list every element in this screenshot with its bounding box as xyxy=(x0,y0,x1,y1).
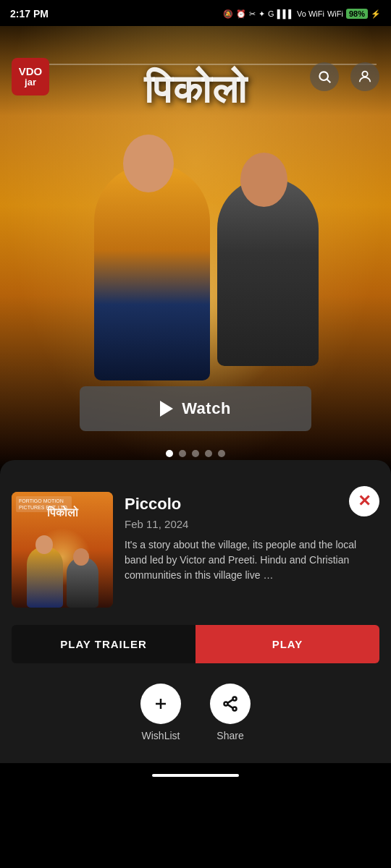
thumb-person2 xyxy=(67,557,98,608)
logo-line2: jar xyxy=(25,77,36,88)
call-icon: ✂ xyxy=(249,9,256,19)
svg-point-2 xyxy=(362,72,367,77)
wishlist-item[interactable]: WishList xyxy=(140,684,181,741)
wishlist-label: WishList xyxy=(142,730,180,741)
thumb-person1 xyxy=(27,546,63,608)
status-bar: 2:17 PM 🔕 ⏰ ✂ ✦ G ▌▌▌ Vo WiFi WiFi 98% ⚡ xyxy=(0,0,391,26)
thumb-inner: FORTIGO MOTIONPICTURES PVT. LTD. पिकोलो xyxy=(12,492,113,608)
movie-detail-row: FORTIGO MOTIONPICTURES PVT. LTD. पिकोलो … xyxy=(0,475,391,619)
status-time: 2:17 PM xyxy=(10,8,49,20)
watch-button[interactable]: Watch xyxy=(80,386,311,431)
home-indicator xyxy=(152,774,239,777)
bottom-sheet-handle xyxy=(0,460,391,475)
share-circle[interactable] xyxy=(210,684,251,724)
vowifi-label: Vo WiFi xyxy=(297,9,324,18)
play-triangle-icon xyxy=(160,401,173,417)
dot-1[interactable] xyxy=(166,450,173,457)
wishlist-circle[interactable] xyxy=(140,684,181,724)
svg-point-0 xyxy=(319,72,328,80)
g-icon: G xyxy=(268,9,274,18)
vdojar-logo[interactable]: VDO jar xyxy=(12,58,49,95)
svg-line-9 xyxy=(227,705,232,708)
dot-4[interactable] xyxy=(205,450,212,457)
social-row: WishList Share xyxy=(0,684,391,749)
svg-point-7 xyxy=(233,707,237,711)
movie-thumbnail: FORTIGO MOTIONPICTURES PVT. LTD. पिकोलो xyxy=(12,492,113,608)
watch-label: Watch xyxy=(182,399,231,418)
close-button[interactable]: ✕ xyxy=(349,486,379,516)
signal-icon: ▌▌▌ xyxy=(277,9,294,18)
bluetooth-icon: ✦ xyxy=(258,9,265,19)
dot-2[interactable] xyxy=(179,450,186,457)
movie-info: Piccolo Feb 11, 2024 It's a story about … xyxy=(125,492,379,608)
dot-3[interactable] xyxy=(192,450,199,457)
info-panel: ✕ FORTIGO MOTIONPICTURES PVT. LTD. पिकोल… xyxy=(0,475,391,763)
share-label: Share xyxy=(216,730,243,741)
alarm-icon: 🔕 xyxy=(223,9,233,19)
movie-title: Piccolo xyxy=(125,495,379,514)
hero-persons xyxy=(72,135,319,380)
thumb-title-hindi: पिकोलो xyxy=(12,506,113,519)
person-male-silhouette xyxy=(94,163,210,380)
action-buttons: PLAY TRAILER PLAY xyxy=(12,625,379,663)
charging-icon: ⚡ xyxy=(371,9,381,19)
watch-button-container: Watch xyxy=(80,386,311,431)
battery-indicator: 98% xyxy=(346,9,368,19)
nav-icons-group xyxy=(310,62,379,91)
movie-date: Feb 11, 2024 xyxy=(125,518,379,530)
logo-line1: VDO xyxy=(19,66,43,78)
carousel-dots xyxy=(166,450,225,457)
svg-point-6 xyxy=(224,702,228,706)
play-trailer-button[interactable]: PLAY TRAILER xyxy=(12,625,196,663)
movie-description: It's a story about the village, its peop… xyxy=(125,537,379,583)
dot-5[interactable] xyxy=(218,450,225,457)
thumb-persons xyxy=(19,542,106,608)
search-button[interactable] xyxy=(310,62,339,91)
wifi-icon: WiFi xyxy=(327,9,343,18)
svg-point-5 xyxy=(233,697,237,701)
svg-line-1 xyxy=(327,80,331,83)
share-item[interactable]: Share xyxy=(210,684,251,741)
profile-button[interactable] xyxy=(350,62,379,91)
bottom-bar xyxy=(0,763,391,788)
svg-line-8 xyxy=(227,699,232,703)
clock-icon: ⏰ xyxy=(236,9,246,19)
status-icons: 🔕 ⏰ ✂ ✦ G ▌▌▌ Vo WiFi WiFi 98% ⚡ xyxy=(223,9,381,19)
play-button[interactable]: PLAY xyxy=(196,625,379,663)
close-icon: ✕ xyxy=(358,493,371,509)
hero-section: VDO jar पिकोलो xyxy=(0,26,391,475)
top-navigation: VDO jar xyxy=(0,52,391,101)
person-female-silhouette xyxy=(217,178,319,366)
